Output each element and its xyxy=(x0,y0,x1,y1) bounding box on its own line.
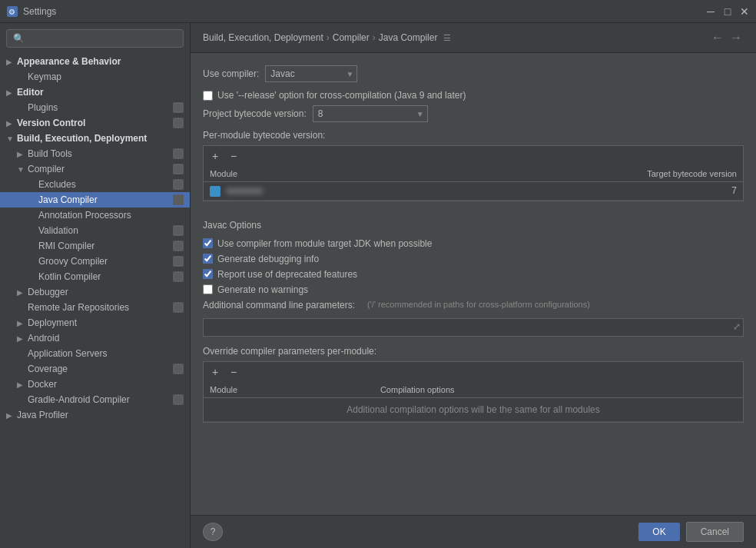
cancel-button[interactable]: Cancel xyxy=(686,522,744,542)
option-row-3: Generate no warnings xyxy=(203,284,744,295)
cmdline-hint: ('/' recommended in paths for cross-plat… xyxy=(367,300,590,309)
sidebar-item-keymap[interactable]: Keymap xyxy=(0,69,190,85)
empty-row: Additional compilation options will be t… xyxy=(204,397,743,421)
per-module-table: + − Module Target bytecode version xyxy=(203,145,744,201)
panel-content: Use compiler: Javac Eclipse Ajc ▼ Use '-… xyxy=(191,53,756,515)
minimize-button[interactable]: ─ xyxy=(705,6,716,17)
javac-options-title: Javac Options xyxy=(203,220,744,231)
table1-add-button[interactable]: + xyxy=(208,149,222,163)
bytecode-version-row: Project bytecode version: 8 567 91011 ▼ xyxy=(203,105,744,122)
bytecode-version-select[interactable]: 8 567 91011 xyxy=(313,105,428,122)
arrow-icon: ▶ xyxy=(6,119,17,128)
sidebar-item-app-servers[interactable]: Application Servers xyxy=(0,346,190,361)
right-panel: Build, Execution, Deployment › Compiler … xyxy=(191,23,756,548)
table2-add-button[interactable]: + xyxy=(208,365,222,379)
col-module: Module xyxy=(204,166,415,182)
option-checkbox-3[interactable] xyxy=(203,284,213,294)
app-icon: ⚙ xyxy=(6,5,18,18)
table-row: ssssssss 7 xyxy=(204,182,743,201)
search-input[interactable] xyxy=(6,29,184,48)
expand-icon[interactable]: ⤢ xyxy=(733,321,741,332)
arrow-icon: ▶ xyxy=(17,150,28,158)
sidebar-item-java-profiler[interactable]: ▶Java Profiler xyxy=(0,407,190,423)
col2-compile-options: Compilation options xyxy=(374,382,743,398)
sidebar-item-build-tools[interactable]: ▶Build Tools xyxy=(0,146,190,161)
sidebar-item-build-exec[interactable]: ▼Build, Execution, Deployment xyxy=(0,131,190,146)
sidebar-item-appearance[interactable]: ▶Appearance & Behavior xyxy=(0,54,190,69)
option-label-1: Generate debugging info xyxy=(217,254,319,264)
sidebar-item-groovy-compiler[interactable]: Groovy Compiler xyxy=(0,254,190,269)
option-row-2: Report use of deprecated features xyxy=(203,269,744,280)
sidebar-item-rmi-compiler[interactable]: RMI Compiler xyxy=(0,238,190,254)
nav-forward-button[interactable]: → xyxy=(728,29,744,46)
ext-icon xyxy=(173,364,184,374)
option-checkbox-0[interactable] xyxy=(203,238,213,248)
maximize-button[interactable]: □ xyxy=(722,6,733,17)
ext-icon xyxy=(173,302,184,313)
sidebar-item-kotlin-compiler[interactable]: Kotlin Compiler xyxy=(0,269,190,284)
module-icon xyxy=(210,186,220,197)
sidebar-item-label: Build Tools xyxy=(28,148,173,159)
cmdline-row: Additional command line parameters: ('/'… xyxy=(203,300,744,311)
sidebar-item-label: Editor xyxy=(17,87,184,98)
sidebar-item-coverage[interactable]: Coverage xyxy=(0,361,190,377)
sidebar-item-deployment[interactable]: ▶Deployment xyxy=(0,315,190,330)
sidebar-item-label: Java Profiler xyxy=(17,410,184,420)
arrow-icon: ▶ xyxy=(6,411,17,420)
sidebar-item-gradle-android[interactable]: Gradle-Android Compiler xyxy=(0,392,190,407)
cmdline-input[interactable] xyxy=(203,318,744,337)
sidebar-item-label: Remote Jar Repositories xyxy=(28,302,173,313)
breadcrumb-bar: Build, Execution, Deployment › Compiler … xyxy=(191,23,756,53)
ext-icon xyxy=(173,148,184,159)
sidebar-item-validation[interactable]: Validation xyxy=(0,223,190,238)
breadcrumb-item-3[interactable]: Java Compiler xyxy=(379,32,438,43)
breadcrumb-item-2[interactable]: Compiler xyxy=(333,32,370,43)
sidebar-item-plugins[interactable]: Plugins xyxy=(0,100,190,115)
help-button[interactable]: ? xyxy=(203,523,223,541)
cross-compile-checkbox[interactable] xyxy=(203,91,213,101)
spacer1 xyxy=(203,211,744,217)
sidebar-item-label: Kotlin Compiler xyxy=(38,271,173,282)
bytecode-version-select-wrapper: 8 567 91011 ▼ xyxy=(313,105,428,122)
sidebar-item-docker[interactable]: ▶Docker xyxy=(0,377,190,392)
use-compiler-select[interactable]: Javac Eclipse Ajc xyxy=(265,65,357,82)
sidebar-item-excludes[interactable]: Excludes xyxy=(0,177,190,192)
sidebar-item-label: Appearance & Behavior xyxy=(17,56,184,67)
arrow-icon: ▶ xyxy=(17,334,28,343)
breadcrumb-sep-2: › xyxy=(373,32,376,43)
sidebar-item-version-control[interactable]: ▶Version Control xyxy=(0,115,190,131)
sidebar-item-remote-jar[interactable]: Remote Jar Repositories xyxy=(0,300,190,315)
close-button[interactable]: ✕ xyxy=(739,6,750,17)
sidebar-item-annotation-processors[interactable]: Annotation Processors xyxy=(0,208,190,223)
breadcrumb-item-1[interactable]: Build, Execution, Deployment xyxy=(203,32,323,43)
window-controls: ─ □ ✕ xyxy=(705,6,750,17)
option-label-3: Generate no warnings xyxy=(217,284,308,295)
sidebar-item-java-compiler[interactable]: Java Compiler xyxy=(0,192,190,208)
sidebar-item-editor[interactable]: ▶Editor xyxy=(0,85,190,100)
override-table: + − Module Compilation options Add xyxy=(203,361,744,423)
title-bar: ⚙ Settings ─ □ ✕ xyxy=(0,0,756,23)
nav-back-button[interactable]: ← xyxy=(710,29,725,46)
footer: ? OK Cancel xyxy=(191,515,756,548)
sidebar-item-label: Docker xyxy=(28,379,184,390)
table2-remove-button[interactable]: − xyxy=(227,365,240,379)
arrow-icon: ▼ xyxy=(17,165,28,174)
javac-options-list: Use compiler from module target JDK when… xyxy=(203,238,744,295)
table1-toolbar: + − xyxy=(204,146,743,166)
sidebar-item-label: Validation xyxy=(38,225,173,236)
table1-remove-button[interactable]: − xyxy=(227,149,240,163)
use-compiler-row: Use compiler: Javac Eclipse Ajc ▼ xyxy=(203,65,744,82)
breadcrumb-edit-icon: ☰ xyxy=(443,33,451,43)
sidebar-item-android[interactable]: ▶Android xyxy=(0,330,190,346)
ok-button[interactable]: OK xyxy=(638,523,679,541)
option-row-1: Generate debugging info xyxy=(203,254,744,264)
ext-icon xyxy=(173,241,184,251)
override-module-table: Module Compilation options Additional co… xyxy=(204,382,743,422)
module-table: Module Target bytecode version ssssssss … xyxy=(204,166,743,201)
option-checkbox-2[interactable] xyxy=(203,269,213,279)
ext-icon xyxy=(173,179,184,190)
sidebar-item-compiler[interactable]: ▼Compiler xyxy=(0,161,190,177)
cross-compile-label: Use '--release' option for cross-compila… xyxy=(217,90,466,101)
option-checkbox-1[interactable] xyxy=(203,254,213,264)
sidebar-item-debugger[interactable]: ▶Debugger xyxy=(0,284,190,300)
